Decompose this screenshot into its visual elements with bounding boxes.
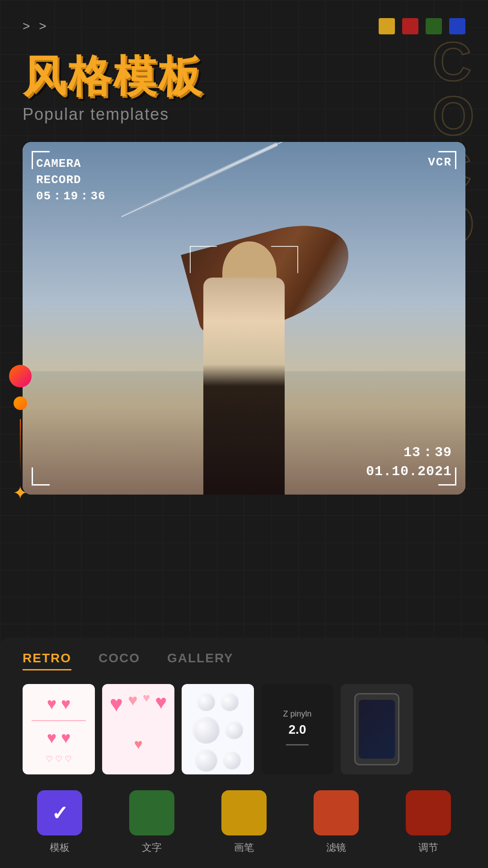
sm-heart: ♥ [143, 691, 150, 705]
dark-label2: 2.0 [289, 722, 306, 737]
main-image-frame: CAMERA RECORD 05：19：36 VCR 13：39 01.10.2… [23, 142, 465, 495]
heart-icon-2: ♥ [61, 694, 70, 713]
med-heart: ♥ [128, 691, 137, 710]
tab-gallery[interactable]: GALLERY [167, 651, 234, 670]
template-thumb-5[interactable] [341, 684, 413, 774]
bubble-3 [192, 717, 220, 744]
template-thumb-4[interactable]: Z pinyln 2.0 ━━━━━ [261, 684, 333, 774]
focus-bracket-tl [190, 246, 217, 273]
phone-mockup [354, 693, 399, 765]
tool-filter[interactable]: 滤镜 [290, 790, 382, 854]
tool-brush[interactable]: 画笔 [198, 790, 290, 854]
top-nav: > > [0, 0, 488, 43]
tool-text[interactable]: 文字 [106, 790, 198, 854]
tool-icon-template: ✓ [37, 790, 82, 835]
heart-icon-1: ♥ [47, 694, 56, 713]
color-yellow[interactable] [379, 18, 395, 34]
tool-icon-adjust [406, 790, 451, 835]
phone-screen-bg [359, 700, 395, 759]
tab-bar: RETRO COCO GALLERY [0, 637, 488, 679]
tab-coco[interactable]: COCO [99, 651, 140, 670]
tool-label-text: 文字 [142, 841, 162, 854]
tool-label-brush: 画笔 [234, 841, 254, 854]
template-grid: ♥ ♥ ♥ ♥ ♡ ♡ ♡ ♥ ♥ ♥ ♥ ♥ [0, 679, 488, 783]
heart-icon-4: ♥ [61, 728, 70, 747]
vcr-info-top-left: CAMERA RECORD 05：19：36 [36, 156, 106, 205]
divider-line [32, 720, 86, 721]
dark-thumb-content: Z pinyln 2.0 ━━━━━ [283, 709, 311, 749]
deco-circle-small [14, 396, 27, 410]
vcr-timestamp: 13：39 01.10.2021 [366, 443, 452, 481]
med-heart2: ♥ [134, 736, 143, 753]
bubble-4 [225, 721, 243, 739]
template-thumb-2[interactable]: ♥ ♥ ♥ ♥ ♥ [102, 684, 174, 774]
phone-screen [359, 700, 395, 759]
bubble-2 [221, 693, 239, 711]
big-heart2: ♥ [155, 691, 167, 713]
dark-label3: ━━━━━ [286, 741, 309, 749]
vcr-label-top-right: VCR [428, 156, 452, 169]
deco-circle-large [9, 365, 32, 387]
forward-arrow[interactable]: > [39, 19, 46, 33]
deco-star: ✦ [13, 482, 28, 503]
tab-retro[interactable]: RETRO [23, 651, 71, 670]
template-thumb-3[interactable] [182, 684, 254, 774]
template-thumb-1[interactable]: ♥ ♥ ♥ ♥ ♡ ♡ ♡ [23, 684, 95, 774]
color-red[interactable] [402, 18, 418, 34]
deco-letter-o1: O [432, 89, 474, 143]
tool-label-template: 模板 [50, 841, 70, 854]
corner-bl [32, 467, 50, 486]
focus-bracket-tr [271, 246, 298, 273]
bubble-5 [195, 749, 217, 772]
bottom-toolbar: ✓ 模板 文字 画笔 滤镜 调节 [0, 783, 488, 868]
bottom-panel: RETRO COCO GALLERY ♥ ♥ ♥ ♥ ♡ ♡ ♡ ♥ ♥ ♥ ♥… [0, 637, 488, 868]
body-element [203, 278, 285, 495]
check-icon: ✓ [52, 802, 68, 825]
page-title: 风格模板 [23, 52, 465, 100]
heart-label: ♡ ♡ ♡ [32, 754, 86, 764]
deco-letter-c1: C [432, 34, 474, 89]
tool-label-adjust: 调节 [418, 841, 438, 854]
bubble-1 [197, 693, 215, 711]
big-heart: ♥ [110, 691, 123, 717]
heart-icon-3: ♥ [47, 728, 56, 747]
deco-line [20, 419, 21, 473]
tool-icon-brush [221, 790, 267, 835]
page-subtitle: Popular templates [23, 105, 465, 124]
title-area: 风格模板 Popular templates C O C O [0, 43, 488, 124]
left-decoration: ✦ [9, 365, 32, 503]
bubble-6 [223, 751, 241, 769]
tool-icon-text [129, 790, 174, 835]
dark-label1: Z pinyln [283, 709, 311, 719]
nav-arrows: > > [23, 19, 47, 33]
tool-label-filter: 滤镜 [326, 841, 346, 854]
back-arrow[interactable]: > [23, 19, 30, 33]
tool-template[interactable]: ✓ 模板 [14, 790, 106, 854]
tool-adjust[interactable]: 调节 [382, 790, 474, 854]
tool-icon-filter [314, 790, 359, 835]
